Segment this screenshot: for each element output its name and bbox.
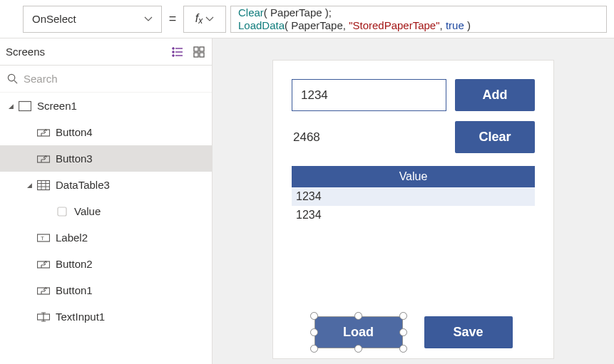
button-icon: [37, 127, 50, 138]
screen-preview: 1234 Add 2468 Clear Value 1234 1234 Load: [272, 60, 554, 359]
search-icon: [7, 73, 18, 84]
tree-item-button3[interactable]: Button3: [0, 145, 212, 172]
svg-point-2: [173, 51, 175, 53]
tree-search-row: [0, 66, 212, 93]
tree-view-header: Screens: [0, 38, 212, 66]
tree-view-list: ◢Screen1Button4Button3◢DataTable3ValueTL…: [0, 93, 212, 364]
tree-item-label: Screen1: [37, 100, 77, 112]
property-selector[interactable]: OnSelect: [23, 6, 162, 33]
tree-view-title: Screens: [6, 46, 45, 58]
svg-line-11: [14, 80, 17, 83]
button-icon: [37, 285, 50, 296]
table-row: 1234: [292, 187, 535, 206]
svg-rect-6: [194, 47, 198, 51]
resize-handle[interactable]: [310, 328, 318, 336]
chevron-down-icon: [205, 15, 214, 24]
formula-input[interactable]: Clear( PaperTape ); LoadData( PaperTape,…: [230, 6, 607, 33]
table-row: 1234: [292, 206, 535, 224]
caret-down-icon[interactable]: ◢: [24, 182, 34, 189]
caret-down-icon[interactable]: ◢: [6, 103, 16, 110]
formula-bar: OnSelect = fx Clear( PaperTape ); LoadDa…: [0, 0, 614, 38]
table-icon: [37, 180, 50, 191]
save-button[interactable]: Save: [424, 316, 513, 348]
tree-item-label2[interactable]: TLabel2: [0, 224, 212, 251]
tree-item-screen1[interactable]: ◢Screen1: [0, 93, 212, 119]
resize-handle[interactable]: [354, 345, 362, 353]
selected-control-wrapper[interactable]: Load: [314, 316, 403, 348]
column-icon: [56, 206, 68, 217]
svg-text:T: T: [41, 235, 44, 241]
formula-line: Clear( PaperTape );: [238, 6, 599, 19]
tree-item-label: DataTable3: [56, 179, 110, 191]
tree-item-label: Button4: [56, 126, 93, 138]
svg-point-10: [8, 74, 14, 80]
label-icon: T: [37, 232, 50, 244]
property-selector-value: OnSelect: [32, 13, 76, 25]
svg-rect-20: [58, 207, 66, 216]
text-input-value: 1234: [301, 88, 328, 103]
tree-item-label: TextInput1: [56, 311, 105, 323]
resize-handle[interactable]: [354, 312, 362, 320]
button-icon: [37, 153, 50, 165]
svg-rect-9: [200, 53, 204, 57]
tree-item-datatable3[interactable]: ◢DataTable3: [0, 172, 212, 198]
clear-button[interactable]: Clear: [455, 121, 535, 153]
svg-point-4: [173, 54, 175, 56]
tree-item-label: Value: [74, 205, 101, 217]
resize-handle[interactable]: [310, 312, 318, 320]
tree-view-panel: Screens ◢Screen1Button4Button3◢DataTable…: [0, 38, 213, 364]
screen-icon: [19, 100, 31, 112]
svg-rect-7: [200, 47, 204, 51]
data-table[interactable]: Value 1234 1234: [292, 166, 535, 224]
svg-point-0: [173, 47, 175, 49]
tree-item-label: Label2: [56, 232, 88, 244]
tree-item-button1[interactable]: Button1: [0, 277, 212, 303]
textinput-icon: [37, 311, 50, 323]
tree-item-button2[interactable]: Button2: [0, 251, 212, 277]
resize-handle[interactable]: [399, 328, 407, 336]
data-table-header: Value: [292, 166, 535, 187]
tree-search-input[interactable]: [24, 73, 205, 85]
fx-icon: fx: [195, 12, 203, 26]
svg-rect-15: [38, 180, 50, 189]
equals-label: =: [162, 11, 183, 26]
text-input[interactable]: 1234: [292, 79, 446, 111]
load-button[interactable]: Load: [314, 316, 403, 348]
add-button[interactable]: Add: [455, 79, 535, 111]
list-view-icon[interactable]: [172, 46, 183, 58]
grid-view-icon[interactable]: [193, 46, 205, 58]
tree-item-textinput1[interactable]: TextInput1: [0, 303, 212, 330]
chevron-down-icon: [144, 15, 153, 24]
design-canvas[interactable]: 1234 Add 2468 Clear Value 1234 1234 Load: [213, 38, 614, 364]
fx-button[interactable]: fx: [183, 6, 226, 33]
tree-item-label: Button1: [56, 284, 93, 296]
button-icon: [37, 259, 50, 270]
svg-rect-8: [194, 53, 198, 57]
tree-item-value[interactable]: Value: [0, 198, 212, 224]
resize-handle[interactable]: [310, 345, 318, 353]
resize-handle[interactable]: [399, 345, 407, 353]
tree-item-button4[interactable]: Button4: [0, 119, 212, 145]
resize-handle[interactable]: [399, 312, 407, 320]
sum-label: 2468: [292, 130, 320, 145]
tree-item-label: Button3: [56, 152, 93, 165]
svg-rect-12: [19, 101, 31, 110]
formula-line: LoadData( PaperTape, "StoredPaperTape", …: [238, 19, 599, 32]
tree-item-label: Button2: [56, 258, 93, 270]
